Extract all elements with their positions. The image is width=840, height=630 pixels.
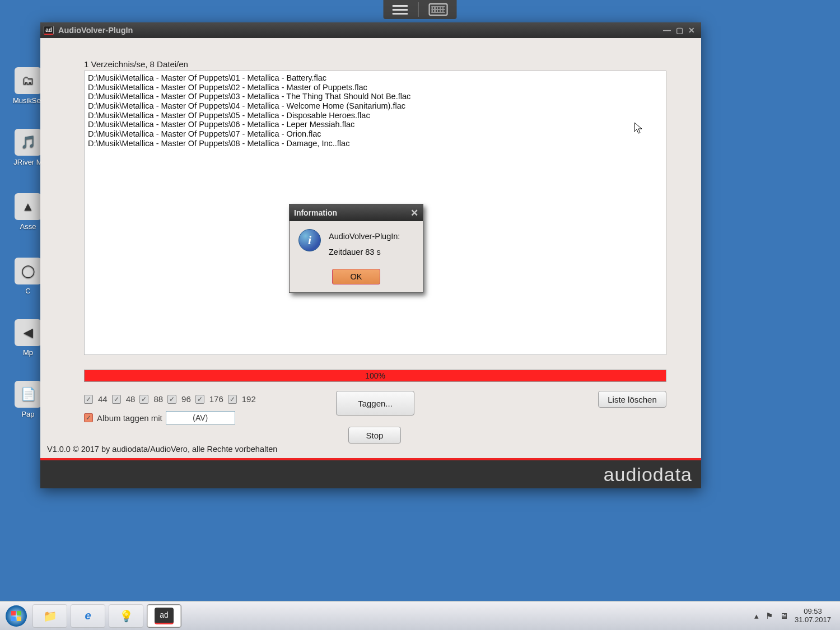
- album-tag-row: Album taggen mit: [84, 411, 235, 424]
- clock-time: 09:53: [795, 608, 831, 615]
- rate-176: 176: [209, 394, 223, 404]
- dialog-line2: Zeitdauer 83 s: [329, 245, 400, 260]
- generic-icon: ◯: [15, 258, 41, 284]
- start-button[interactable]: [3, 603, 29, 629]
- app-window: ad AudioVolver-PlugIn — ▢ ✕ 1 Verzeichni…: [40, 22, 701, 488]
- footer-text: V1.0.0 © 2017 by audiodata/AudioVero, al…: [47, 445, 277, 454]
- samplerate-checks: 44 48 88 96 176 192: [84, 394, 256, 404]
- app-icon: ad: [44, 26, 54, 35]
- dialog-line1: AudioVolver-PlugIn:: [329, 229, 400, 245]
- generic-icon: 📄: [15, 381, 41, 408]
- cursor-icon: [634, 122, 644, 138]
- rate-88: 88: [153, 394, 163, 404]
- checkbox-96[interactable]: [167, 395, 176, 404]
- file-row[interactable]: D:\Musik\Metallica - Master Of Puppets\0…: [88, 101, 662, 111]
- rate-44: 44: [98, 394, 108, 404]
- dialog-close-icon[interactable]: ✕: [410, 207, 418, 219]
- checkbox-album-tag[interactable]: [84, 413, 93, 422]
- titlebar[interactable]: ad AudioVolver-PlugIn — ▢ ✕: [40, 22, 701, 38]
- desktop-icon-label: C: [25, 287, 30, 295]
- maximize-button[interactable]: ▢: [673, 25, 685, 35]
- file-row[interactable]: D:\Musik\Metallica - Master Of Puppets\0…: [88, 92, 662, 101]
- brand-bar: audiodata: [40, 458, 701, 488]
- clock-date: 31.07.2017: [795, 616, 831, 624]
- folder-icon: 📁: [40, 608, 59, 624]
- checkbox-88[interactable]: [139, 395, 148, 404]
- progress-bar: 100%: [84, 370, 666, 382]
- taskbar-app-audiovolver[interactable]: ad: [147, 604, 181, 628]
- generic-icon: 🗂: [15, 67, 41, 94]
- file-row[interactable]: D:\Musik\Metallica - Master Of Puppets\0…: [88, 83, 662, 92]
- file-row[interactable]: D:\Musik\Metallica - Master Of Puppets\0…: [88, 73, 662, 83]
- ok-button[interactable]: OK: [332, 269, 380, 284]
- album-tag-label: Album taggen mit: [97, 413, 162, 423]
- desktop-icon-label: JRiver M: [13, 158, 42, 166]
- window-title: AudioVolver-PlugIn: [58, 26, 133, 35]
- stop-button[interactable]: Stop: [348, 427, 401, 444]
- liste-loeschen-button[interactable]: Liste löschen: [598, 391, 666, 408]
- divider: [418, 2, 419, 17]
- file-row[interactable]: D:\Musik\Metallica - Master Of Puppets\0…: [88, 111, 662, 120]
- desktop-icon-label: Pap: [21, 410, 34, 418]
- dialog-titlebar[interactable]: Information ✕: [290, 204, 423, 221]
- summary-text: 1 Verzeichnis/se, 8 Datei/en: [84, 59, 188, 69]
- information-dialog: Information ✕ i AudioVolver-PlugIn: Zeit…: [289, 204, 423, 293]
- bulb-icon: 💡: [116, 608, 136, 624]
- info-icon: i: [298, 229, 321, 251]
- taskbar-app-explorer[interactable]: 📁: [32, 604, 67, 628]
- taskbar[interactable]: 📁 e 💡 ad ▴ ⚑ 🖥 09:53 31.07.2017: [0, 601, 840, 630]
- taggen-button[interactable]: Taggen...: [336, 391, 414, 416]
- checkbox-192[interactable]: [228, 395, 237, 404]
- keyboard-icon[interactable]: [429, 3, 448, 16]
- ad-icon: ad: [155, 608, 174, 624]
- rate-96: 96: [181, 394, 191, 404]
- desktop-icon-label: Asse: [20, 222, 36, 231]
- generic-icon: ◀: [15, 319, 41, 346]
- generic-icon: ▲: [15, 193, 41, 220]
- taskbar-app-bulb[interactable]: 💡: [109, 604, 143, 628]
- hamburger-icon[interactable]: [393, 3, 408, 17]
- minimize-button[interactable]: —: [661, 25, 673, 35]
- file-row[interactable]: D:\Musik\Metallica - Master Of Puppets\0…: [88, 139, 662, 148]
- album-tag-input[interactable]: [166, 411, 235, 424]
- file-row[interactable]: D:\Musik\Metallica - Master Of Puppets\0…: [88, 129, 662, 139]
- window-body: 1 Verzeichnis/se, 8 Datei/en D:\Musik\Me…: [40, 38, 701, 488]
- close-button[interactable]: ✕: [685, 25, 698, 35]
- tray-action-center-icon[interactable]: ⚑: [766, 611, 773, 621]
- taskbar-app-ie[interactable]: e: [71, 604, 105, 628]
- rate-192: 192: [242, 394, 256, 404]
- desktop-icon-label: MusikSer: [13, 96, 43, 105]
- progress-text: 100%: [365, 371, 385, 380]
- tray-chevron-icon[interactable]: ▴: [754, 611, 759, 621]
- system-tray[interactable]: ▴ ⚑ 🖥 09:53 31.07.2017: [754, 608, 837, 624]
- tray-network-icon[interactable]: 🖥: [780, 611, 788, 620]
- svg-point-0: [6, 605, 27, 627]
- brand-text: audiodata: [604, 464, 692, 486]
- file-row[interactable]: D:\Musik\Metallica - Master Of Puppets\0…: [88, 120, 662, 129]
- top-center-tray: [384, 0, 457, 19]
- generic-icon: 🎵: [15, 129, 41, 156]
- checkbox-48[interactable]: [112, 395, 121, 404]
- clock[interactable]: 09:53 31.07.2017: [795, 608, 831, 624]
- dialog-title: Information: [294, 208, 337, 217]
- checkbox-44[interactable]: [84, 395, 93, 404]
- desktop-icon-label: Mp: [23, 348, 33, 357]
- rate-48: 48: [126, 394, 136, 404]
- ie-icon: e: [78, 608, 97, 624]
- checkbox-176[interactable]: [195, 395, 204, 404]
- dialog-text: AudioVolver-PlugIn: Zeitdauer 83 s: [329, 229, 400, 260]
